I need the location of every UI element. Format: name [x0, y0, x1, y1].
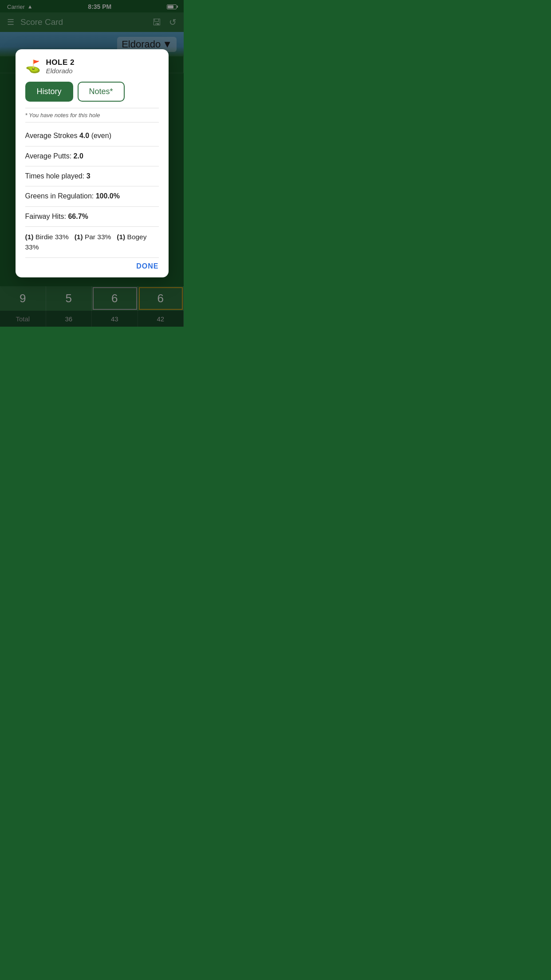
- times-played-value: 3: [87, 172, 91, 180]
- stat-fairway: Fairway Hits: 66.7%: [25, 207, 159, 227]
- fairway-value: 66.7%: [68, 213, 88, 220]
- birdie-count: (1): [25, 233, 34, 241]
- notes-notice: * You have notes for this hole: [25, 112, 159, 119]
- bogey-count: (1): [117, 233, 125, 241]
- stat-times-played: Times hole played: 3: [25, 166, 159, 186]
- hole-course: Eldorado: [46, 67, 75, 75]
- par-count: (1): [75, 233, 83, 241]
- modal-dialog: ⛳ HOLE 2 Eldorado History Notes* * You h…: [16, 49, 169, 277]
- stat-avg-strokes: Average Strokes 4.0 (even): [25, 126, 159, 146]
- divider-top: [25, 108, 159, 108]
- tab-history[interactable]: History: [25, 82, 73, 102]
- flag-icon: ⛳: [25, 59, 41, 74]
- hole-header: ⛳ HOLE 2 Eldorado: [25, 58, 159, 75]
- hole-info: HOLE 2 Eldorado: [46, 58, 75, 75]
- score-distribution: (1) Birdie 33% (1) Par 33% (1) Bogey 33%: [25, 227, 159, 258]
- done-button[interactable]: DONE: [136, 262, 158, 270]
- gir-value: 100.0%: [96, 192, 120, 200]
- stat-avg-putts: Average Putts: 2.0: [25, 146, 159, 166]
- done-row: DONE: [25, 258, 159, 270]
- avg-putts-value: 2.0: [74, 152, 83, 160]
- modal-overlay: ⛳ HOLE 2 Eldorado History Notes* * You h…: [0, 0, 184, 327]
- tab-row: History Notes*: [25, 82, 159, 102]
- avg-strokes-value: 4.0: [79, 132, 89, 139]
- divider-2: [25, 122, 159, 122]
- hole-number: HOLE 2: [46, 58, 75, 67]
- tab-notes[interactable]: Notes*: [78, 82, 125, 102]
- stat-gir: Greens in Regulation: 100.0%: [25, 186, 159, 206]
